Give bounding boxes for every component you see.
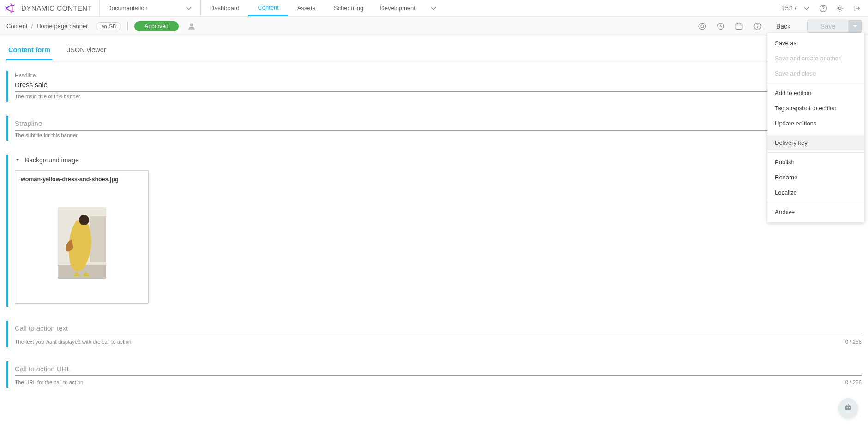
- cta-text-help: The text you want displayed with the cal…: [15, 339, 132, 345]
- save-dropdown-menu: Save asSave and create anotherSave and c…: [767, 33, 864, 222]
- tab-json-viewer[interactable]: JSON viewer: [65, 42, 108, 60]
- breadcrumb-current: Home page banner: [36, 23, 88, 30]
- form-body: Headline The main title of this banner T…: [6, 60, 862, 420]
- preview-eye-icon[interactable]: [698, 22, 707, 31]
- content-toolbar: Content / Home page banner en-GB Approve…: [0, 17, 868, 36]
- background-image-label: Background image: [25, 156, 79, 164]
- main-tab-assets[interactable]: Assets: [288, 0, 325, 16]
- cta-url-help: The URL for the call to action: [15, 380, 84, 385]
- svg-point-4: [701, 25, 704, 28]
- breadcrumb: Content / Home page banner en-GB: [6, 22, 121, 30]
- schedule-calendar-icon[interactable]: [735, 22, 744, 31]
- menu-item-save-and-create-another: Save and create another: [767, 51, 864, 66]
- main-tab-scheduling[interactable]: Scheduling: [325, 0, 373, 16]
- svg-point-1: [823, 10, 823, 10]
- strapline-input[interactable]: [15, 118, 862, 131]
- form-tabs: Content form JSON viewer: [6, 42, 862, 60]
- vertical-divider: [127, 22, 128, 31]
- chevron-down-icon: [15, 156, 20, 164]
- locale-badge: en-GB: [96, 22, 121, 30]
- environment-label: Development: [380, 5, 416, 12]
- svg-point-13: [847, 407, 848, 408]
- menu-separator: [767, 202, 864, 202]
- main-tab-content[interactable]: Content: [248, 0, 288, 16]
- main-tabs: DashboardContentAssetsScheduling: [201, 0, 373, 16]
- menu-item-rename[interactable]: Rename: [767, 170, 864, 185]
- menu-item-update-editions[interactable]: Update editions: [767, 116, 864, 131]
- cta-url-input[interactable]: [15, 363, 862, 376]
- menu-separator: [767, 152, 864, 153]
- svg-point-2: [838, 7, 841, 9]
- cta-url-counter: 0 / 256: [845, 380, 862, 385]
- time-dropdown[interactable]: 15:17: [782, 4, 811, 12]
- documentation-label: Documentation: [107, 5, 147, 12]
- menu-item-add-to-edition[interactable]: Add to edition: [767, 85, 864, 101]
- menu-separator: [767, 133, 864, 133]
- status-badge[interactable]: Approved: [134, 21, 178, 31]
- back-button[interactable]: Back: [772, 23, 795, 30]
- tab-content-form[interactable]: Content form: [6, 42, 52, 60]
- background-image-section: Background image woman-yellow-dress-and-…: [6, 155, 862, 307]
- save-split-button: Save: [807, 20, 862, 33]
- menu-separator: [767, 83, 864, 83]
- background-image-thumbnail-wrap: [21, 187, 143, 298]
- save-dropdown-toggle[interactable]: [849, 20, 862, 33]
- top-navigation: DYNAMIC CONTENT Documentation DashboardC…: [0, 0, 868, 17]
- background-image-thumbnail: [58, 207, 106, 279]
- chevron-down-icon: [802, 4, 811, 12]
- cta-text-input[interactable]: [15, 322, 862, 335]
- brand-text: DYNAMIC CONTENT: [21, 4, 92, 12]
- headline-help: The main title of this banner: [15, 94, 862, 99]
- cta-text-counter: 0 / 256: [845, 339, 862, 345]
- gear-icon[interactable]: [836, 4, 844, 12]
- menu-item-delivery-key[interactable]: Delivery key: [767, 135, 864, 150]
- help-icon[interactable]: [819, 4, 827, 12]
- breadcrumb-root[interactable]: Content: [6, 23, 28, 30]
- headline-input[interactable]: [15, 79, 862, 92]
- topnav-right-controls: 15:17: [782, 0, 868, 16]
- time-value: 15:17: [782, 5, 797, 12]
- svg-point-11: [79, 215, 89, 225]
- svg-rect-10: [90, 216, 106, 262]
- svg-point-3: [190, 23, 193, 26]
- menu-item-save-as[interactable]: Save as: [767, 36, 864, 51]
- background-image-filename: woman-yellow-dress-and-shoes.jpg: [21, 176, 143, 183]
- headline-field-block: Headline The main title of this banner: [6, 71, 862, 102]
- main-tab-dashboard[interactable]: Dashboard: [201, 0, 249, 16]
- menu-item-publish[interactable]: Publish: [767, 155, 864, 170]
- background-image-card[interactable]: woman-yellow-dress-and-shoes.jpg: [15, 170, 149, 304]
- brand-logo-icon: [4, 2, 17, 15]
- environment-dropdown[interactable]: Development: [373, 0, 445, 16]
- history-icon[interactable]: [716, 22, 725, 31]
- logout-icon[interactable]: [852, 4, 861, 12]
- content-toolbar-right: Back Save: [698, 20, 862, 33]
- strapline-field-block: The subtitle for this banner: [6, 116, 862, 141]
- background-image-toggle[interactable]: Background image: [15, 156, 862, 164]
- chevron-down-icon: [429, 4, 438, 12]
- breadcrumb-separator: /: [31, 23, 33, 30]
- headline-label: Headline: [15, 72, 862, 78]
- assignee-icon[interactable]: [187, 22, 196, 31]
- svg-point-14: [849, 407, 850, 408]
- form-area: Content form JSON viewer Headline The ma…: [0, 36, 868, 420]
- menu-item-save-and-close: Save and close: [767, 66, 864, 81]
- svg-rect-12: [845, 406, 851, 410]
- chevron-down-icon: [185, 4, 193, 12]
- svg-point-7: [757, 24, 758, 25]
- save-button[interactable]: Save: [807, 20, 849, 33]
- cta-url-field-block: The URL for the call to action 0 / 256: [6, 361, 862, 388]
- svg-rect-15: [848, 404, 849, 406]
- brand[interactable]: DYNAMIC CONTENT: [0, 0, 100, 16]
- svg-rect-5: [736, 24, 742, 29]
- info-icon[interactable]: [753, 22, 762, 31]
- menu-item-localize[interactable]: Localize: [767, 185, 864, 200]
- chat-assistant-button[interactable]: [838, 398, 858, 418]
- menu-item-archive[interactable]: Archive: [767, 204, 864, 220]
- cta-text-field-block: The text you want displayed with the cal…: [6, 321, 862, 347]
- documentation-dropdown[interactable]: Documentation: [100, 0, 200, 16]
- strapline-help: The subtitle for this banner: [15, 132, 862, 138]
- menu-item-tag-snapshot-to-edition[interactable]: Tag snapshot to edition: [767, 101, 864, 116]
